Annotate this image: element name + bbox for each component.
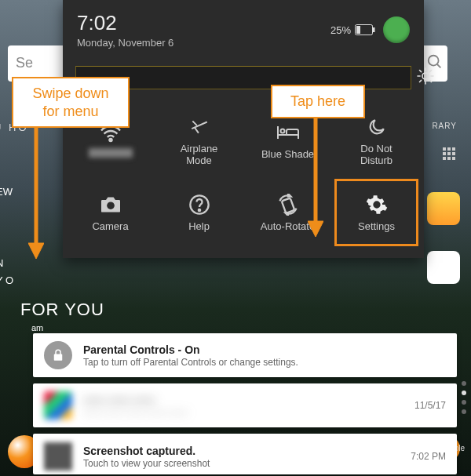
arrow-tap-here	[308, 113, 323, 238]
svg-line-10	[420, 70, 422, 71]
profile-avatar[interactable]	[383, 16, 410, 43]
help-icon	[188, 191, 210, 218]
notification-parental-controls[interactable]: Parental Controls - On Tap to turn off P…	[33, 333, 457, 377]
grid-icon[interactable]	[443, 147, 455, 163]
app-icon-blurred	[44, 391, 72, 420]
app-icon[interactable]	[427, 251, 460, 284]
airplane-mode-tile[interactable]: Airplane Mode	[156, 106, 242, 175]
notification-time: 7:02 PM	[404, 451, 446, 462]
svg-point-21	[198, 209, 199, 211]
blue-shade-label: Blue Shade	[261, 149, 314, 161]
svg-rect-37	[447, 157, 451, 160]
moon-icon	[367, 114, 387, 140]
app-icon[interactable]	[427, 192, 460, 225]
clock-date: Monday, November 6	[77, 37, 173, 49]
wifi-ssid-blurred	[89, 148, 133, 158]
svg-rect-22	[281, 198, 294, 213]
svg-rect-3	[373, 27, 375, 32]
svg-rect-38	[452, 157, 455, 160]
svg-line-11	[429, 80, 431, 82]
notification-screenshot[interactable]: Screenshot captured. Touch to view your …	[33, 434, 457, 474]
svg-rect-35	[452, 152, 455, 155]
settings-label: Settings	[358, 221, 395, 233]
svg-marker-29	[308, 221, 323, 237]
dnd-label: Do Not Disturb	[360, 144, 392, 167]
arrow-swipe-down	[28, 119, 44, 260]
screenshot-thumbnail	[44, 442, 72, 471]
svg-marker-23	[288, 194, 291, 197]
callout-tap-here: Tap here	[271, 85, 365, 118]
notification-subtitle: Touch to view your screenshot	[83, 458, 393, 469]
notification-title: Parental Controls - On	[83, 343, 446, 356]
airplane-label: Airplane Mode	[181, 144, 218, 167]
new-label-stub: EW	[0, 186, 13, 198]
battery-percent: 25%	[330, 24, 351, 36]
quick-settings-panel: 7:02 Monday, November 6 25% Airplane Mod…	[63, 0, 424, 258]
svg-rect-34	[447, 152, 451, 155]
notifications-list: Parental Controls - On Tap to turn off P…	[33, 333, 457, 476]
battery-indicator: 25%	[330, 24, 375, 36]
svg-marker-24	[285, 213, 288, 216]
camera-icon	[99, 191, 122, 218]
airplane-icon	[188, 114, 211, 140]
svg-rect-33	[443, 152, 446, 155]
brightness-icon	[416, 67, 435, 89]
camera-tile[interactable]: Camera	[68, 178, 153, 247]
svg-rect-36	[443, 157, 446, 160]
svg-point-0	[429, 56, 439, 66]
svg-line-1	[437, 64, 441, 68]
svg-rect-31	[447, 147, 451, 151]
svg-line-12	[420, 80, 422, 82]
lock-icon	[44, 341, 72, 369]
svg-rect-32	[452, 147, 455, 151]
notification-blurred[interactable]: —— —— ———— —— —— —— —— 11/5/17	[33, 383, 457, 427]
svg-point-14	[109, 139, 111, 141]
svg-point-5	[422, 73, 429, 79]
for-you-heading: FOR YOU	[20, 300, 104, 320]
notification-time: 11/5/17	[408, 400, 446, 411]
amazon-logo-stub: am	[31, 323, 43, 332]
help-label: Help	[188, 221, 210, 233]
battery-icon	[355, 24, 375, 35]
page-indicator	[462, 376, 466, 419]
nyo-label-stub: N Y O	[0, 255, 13, 289]
svg-rect-30	[443, 147, 446, 151]
notification-subtitle: Tap to turn off Parental Controls or cha…	[83, 357, 446, 368]
svg-point-25	[374, 202, 379, 208]
clock-time: 7:02	[77, 11, 173, 35]
camera-label: Camera	[92, 221, 128, 233]
auto-rotate-icon	[277, 191, 299, 218]
settings-tile[interactable]: Settings	[334, 178, 419, 247]
library-tab-stub: RARY	[432, 122, 457, 130]
bed-icon	[276, 119, 301, 146]
search-placeholder-stub: Se	[16, 55, 33, 71]
callout-swipe-down: Swipe down for menu	[12, 77, 130, 128]
auto-rotate-label: Auto-Rotate	[261, 221, 315, 233]
svg-point-18	[280, 129, 284, 133]
svg-point-19	[107, 202, 115, 210]
help-tile[interactable]: Help	[156, 178, 242, 247]
notification-title: Screenshot captured.	[83, 445, 393, 457]
status-bar: 7:02 Monday, November 6 25%	[63, 0, 424, 56]
svg-line-13	[429, 70, 431, 71]
svg-marker-27	[28, 243, 44, 259]
svg-rect-4	[356, 26, 360, 34]
gear-icon	[366, 191, 388, 218]
